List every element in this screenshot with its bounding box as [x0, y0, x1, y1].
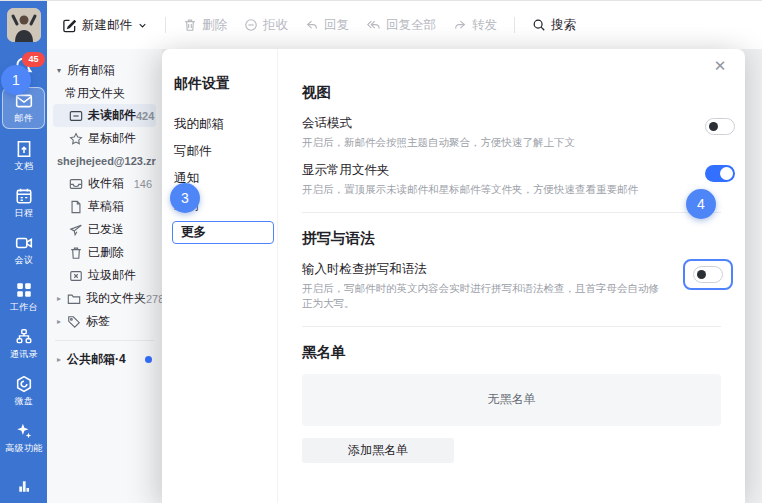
reject-label: 拒收 — [263, 17, 288, 34]
reply-icon — [305, 18, 319, 32]
trash-icon — [183, 18, 197, 32]
mail-app: 邮件 文档 日程 会议 工作台 — [0, 0, 762, 503]
show-common-folders-desc: 开启后，置顶展示未读邮件和星标邮件等文件夹，方便快速查看重要邮件 — [302, 182, 691, 196]
folder-inbox-count: 146 — [134, 178, 152, 190]
rail-item-docs[interactable]: 文档 — [2, 136, 45, 176]
rail-item-workbench[interactable]: 工作台 — [2, 277, 45, 317]
show-common-folders-toggle[interactable] — [705, 165, 735, 182]
annotation-step-1: 1 — [1, 65, 31, 95]
folder-icon — [67, 292, 81, 306]
rail-item-meeting[interactable]: 会议 — [2, 230, 45, 270]
spelling-section-header: 拼写与语法 — [302, 229, 735, 248]
settings-menu-item-compose[interactable]: 写邮件 — [174, 140, 265, 167]
reject-button[interactable]: 拒收 — [244, 17, 288, 34]
conversation-mode-toggle[interactable] — [705, 118, 735, 135]
rail-label-contacts: 通讯录 — [9, 348, 38, 360]
folder-panel: ▾ 所有邮箱 常用文件夹 未读邮件 424 星标邮件 shejhejeed@12… — [47, 49, 162, 503]
settings-menu-item-more[interactable]: 更多 — [172, 221, 274, 244]
rail-item-advanced[interactable]: 高级功能 — [2, 418, 45, 458]
folder-starred[interactable]: 星标邮件 — [53, 127, 156, 150]
folder-sent-label: 已发送 — [88, 221, 124, 238]
toggle-knob — [709, 122, 718, 131]
rail-item-drive[interactable]: 微盘 — [2, 371, 45, 411]
folder-panel-divider — [55, 340, 154, 341]
show-common-folders-title: 显示常用文件夹 — [302, 162, 691, 179]
toolbar-divider — [165, 17, 166, 33]
folder-public-label: 公共邮箱·4 — [67, 351, 126, 368]
mail-settings-modal: 邮件设置 我的邮箱 写邮件 通知 规则 更多 ✕ 视图 会话模式 开启后，新邮件… — [162, 49, 745, 503]
sparkle-icon — [15, 422, 33, 440]
calendar-icon — [15, 187, 33, 205]
draft-icon — [69, 200, 83, 214]
rail-item-contacts[interactable]: 通讯录 — [2, 324, 45, 364]
forward-icon — [453, 18, 467, 32]
reply-all-button[interactable]: 回复全部 — [366, 17, 436, 34]
folder-drafts[interactable]: 草稿箱 — [53, 195, 156, 218]
search-icon — [532, 18, 546, 32]
expand-caret-icon: ▸ — [57, 355, 67, 364]
search-button[interactable]: 搜索 — [532, 17, 576, 34]
forward-button[interactable]: 转发 — [453, 17, 497, 34]
public-mailbox-dot — [145, 356, 152, 363]
reply-button[interactable]: 回复 — [305, 17, 349, 34]
setting-row-show-common-folders: 显示常用文件夹 开启后，置顶展示未读邮件和星标邮件等文件夹，方便快速查看重要邮件 — [302, 162, 735, 196]
reply-all-label: 回复全部 — [386, 17, 436, 34]
rail-label-advanced: 高级功能 — [5, 442, 43, 454]
section-divider — [302, 326, 721, 327]
setting-row-conversation-mode: 会话模式 开启后，新邮件会按照主题自动聚合，方便快速了解上下文 — [302, 115, 735, 149]
folder-public[interactable]: ▸ 公共邮箱·4 — [53, 348, 156, 371]
folder-spam[interactable]: 垃圾邮件 — [53, 264, 156, 287]
org-chart-icon — [15, 328, 33, 346]
spell-check-toggle[interactable] — [693, 266, 723, 283]
inbox-icon — [69, 177, 83, 191]
folder-unread-label: 未读邮件 — [88, 107, 136, 124]
conversation-mode-title: 会话模式 — [302, 115, 691, 132]
mail-toolbar: 新建邮件 删除 拒收 回复 回复 — [47, 1, 762, 49]
reply-label: 回复 — [324, 17, 349, 34]
section-divider — [302, 212, 721, 213]
folder-my-folders[interactable]: ▸ 我的文件夹 278 — [53, 287, 156, 310]
rail-label-docs: 文档 — [14, 160, 33, 172]
rail-label-drive: 微盘 — [14, 395, 33, 407]
unread-mail-icon — [69, 109, 83, 123]
settings-menu-item-my-mailbox[interactable]: 我的邮箱 — [174, 113, 265, 140]
folder-spam-label: 垃圾邮件 — [88, 267, 136, 284]
all-mailboxes-row[interactable]: ▾ 所有邮箱 — [53, 59, 156, 82]
all-mailboxes-label: 所有邮箱 — [67, 62, 115, 79]
folder-deleted[interactable]: 已删除 — [53, 241, 156, 264]
annotation-step-4: 4 — [686, 189, 716, 219]
blacklist-empty-state: 无黑名单 — [302, 374, 721, 426]
folder-tags-label: 标签 — [86, 313, 110, 330]
spell-check-desc: 开启后，写邮件时的英文内容会实时进行拼写和语法检查，且首字母会自动修正为大写。 — [302, 281, 669, 309]
docs-icon — [15, 140, 33, 158]
close-icon[interactable]: ✕ — [712, 58, 728, 74]
settings-content: ✕ 视图 会话模式 开启后，新邮件会按照主题自动聚合，方便快速了解上下文 显示常… — [278, 49, 745, 503]
reply-all-icon — [366, 18, 381, 32]
common-folders-label: 常用文件夹 — [53, 82, 156, 104]
chevron-down-icon — [137, 20, 148, 31]
compose-button[interactable]: 新建邮件 — [62, 17, 148, 34]
expand-caret-icon: ▸ — [57, 294, 67, 303]
account-email[interactable]: shejhejeed@123.zr... — [53, 150, 156, 172]
settings-title: 邮件设置 — [174, 75, 265, 93]
unread-count-badge: 45 — [22, 52, 45, 67]
toggle-knob — [697, 270, 706, 279]
folder-starred-label: 星标邮件 — [88, 130, 136, 147]
spell-check-toggle-highlight — [683, 259, 733, 290]
folder-tags[interactable]: ▸ 标签 — [53, 310, 156, 333]
avatar[interactable] — [7, 8, 41, 42]
drive-icon — [15, 375, 33, 393]
folder-inbox[interactable]: 收件箱 146 — [53, 172, 156, 195]
folder-unread-count: 424 — [136, 110, 154, 122]
tag-icon — [67, 315, 81, 329]
rail-item-analytics[interactable] — [15, 478, 32, 495]
folder-unread[interactable]: 未读邮件 424 — [53, 104, 156, 127]
conversation-mode-desc: 开启后，新邮件会按照主题自动聚合，方便快速了解上下文 — [302, 135, 691, 149]
sent-icon — [69, 223, 83, 237]
folder-sent[interactable]: 已发送 — [53, 218, 156, 241]
delete-button[interactable]: 删除 — [183, 17, 227, 34]
compose-icon — [62, 18, 77, 33]
folder-inbox-label: 收件箱 — [88, 175, 124, 192]
rail-item-calendar[interactable]: 日程 — [2, 183, 45, 223]
add-blacklist-button[interactable]: 添加黑名单 — [302, 438, 454, 463]
